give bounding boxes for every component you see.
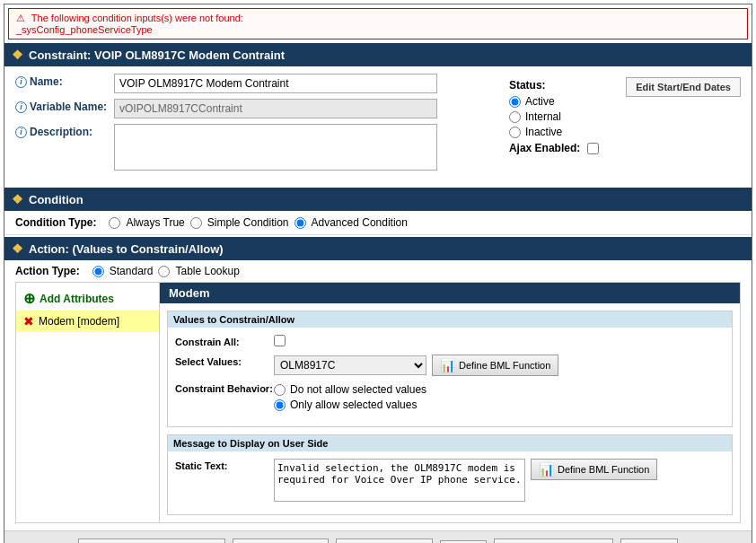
footer-bar: 🖨 Printer Friendly Version ✉ Email a Cop… [4,530,752,543]
constrain-all-content [274,335,725,349]
table-lookup-radio[interactable] [158,266,170,277]
action-sidebar: ⊕ Add Attributes ✖ Modem [modem] [16,283,160,522]
modem-item-label: Modem [modem] [39,315,119,328]
chevron-icon: ❖ [12,48,23,62]
define-bml-label-2: Define BML Function [558,464,649,475]
static-text-row: Static Text: Invalid selection, the OLM8… [175,459,725,502]
inactive-radio[interactable] [509,127,521,138]
standard-label: Standard [110,265,154,277]
action-body: ⊕ Add Attributes ✖ Modem [modem] Modem V… [15,282,741,523]
select-values-content: OLM8917C 📊 Define BML Function [274,355,725,376]
active-radio-row: Active [509,95,599,108]
standard-radio[interactable] [92,266,104,277]
edit-dates-box[interactable]: Edit Start/End Dates [626,77,741,97]
action-chevron-icon: ❖ [12,241,23,256]
active-radio[interactable] [509,96,521,108]
constrain-all-row: Constrain All: [175,335,725,349]
only-allow-label: Only allow selected values [290,398,417,411]
bml-icon-2: 📊 [539,462,554,477]
add-attributes-button[interactable]: ⊕ Add Attributes [16,286,159,311]
name-info-icon[interactable]: i [15,76,27,88]
values-constrain-section: Values to Constrain/Allow Constrain All:… [167,311,733,427]
warning-detail: _sysConfig_phoneServiceType [16,24,153,35]
action-header: ❖ Action: (Values to Constrain/Allow) [4,237,752,260]
constraint-behavior-row: Constraint Behavior: Do not allow select… [175,381,725,414]
name-row: i Name: [15,74,464,93]
static-text-content: Invalid selection, the OLM8917C modem is… [274,459,725,502]
bml-icon: 📊 [440,358,455,372]
email-copy-button[interactable]: ✉ Email a Copy [233,539,329,543]
status-label: Status: [509,79,599,92]
main-container: ⚠ The following condition inputs(s) were… [4,4,752,543]
condition-type-label: Condition Type: [15,216,96,229]
select-values-dropdown[interactable]: OLM8917C [274,355,426,375]
advanced-condition-label: Advanced Condition [312,216,408,229]
update-back-button[interactable]: 💾 Update and Back [494,539,612,543]
internal-radio[interactable] [509,111,521,123]
define-bml-label: Define BML Function [459,360,550,371]
internal-label: Internal [525,110,561,123]
message-section: Message to Display on User Side Static T… [167,434,733,515]
variable-input [114,99,437,118]
condition-chevron-icon: ❖ [12,192,23,206]
constraint-behavior-content: Do not allow selected values Only allow … [274,383,725,414]
description-label: i Description: [15,124,114,138]
constraint-form: i Name: i Variable Name: [4,66,752,186]
static-text-textarea[interactable]: Invalid selection, the OLM8917C modem is… [274,459,525,502]
edit-dates-label: Edit Start/End Dates [636,82,731,92]
message-section-title: Message to Display on User Side [168,435,732,451]
active-label: Active [525,95,555,108]
description-row: i Description: [15,124,464,173]
warning-bar: ⚠ The following condition inputs(s) were… [8,8,748,39]
do-not-allow-row: Do not allow selected values [274,383,725,396]
add-attributes-label: Add Attributes [40,293,114,305]
translations-button[interactable]: 🌐 Translations [336,539,433,543]
inactive-radio-row: Inactive [509,126,599,138]
action-title: Action: (Values to Constrain/Allow) [29,242,224,256]
table-lookup-label: Table Lookup [175,265,239,277]
action-type-row: Action Type: Standard Table Lookup [4,260,752,282]
condition-type-row: Condition Type: Always True Simple Condi… [4,211,752,235]
ajax-checkbox[interactable] [587,143,599,154]
variable-label: i Variable Name: [15,99,114,113]
only-allow-radio[interactable] [274,399,286,411]
name-input[interactable] [114,74,437,93]
action-panel-title: Modem [160,283,740,303]
variable-input-container [114,99,437,118]
advanced-condition-radio[interactable] [294,217,306,229]
page-title: Constraint: VOIP OLM8917C Modem Contrain… [29,48,285,62]
variable-row: i Variable Name: [15,99,464,118]
name-input-container [114,74,437,93]
action-type-label: Action Type: [15,265,80,277]
description-textarea[interactable] [114,124,437,171]
back-button[interactable]: ↩ Back [620,539,678,543]
constraint-behavior-label: Constraint Behavior: [175,381,274,394]
always-true-radio[interactable] [109,217,120,229]
ajax-label: Ajax Enabled: [509,142,580,154]
remove-icon[interactable]: ✖ [23,314,34,328]
warning-icon: ⚠ [16,13,25,23]
simple-condition-radio[interactable] [190,217,202,229]
internal-radio-row: Internal [509,110,599,123]
variable-info-icon[interactable]: i [15,101,27,113]
page-header: ❖ Constraint: VOIP OLM8917C Modem Contra… [4,43,752,66]
description-input-container [114,124,437,173]
inactive-label: Inactive [525,126,562,138]
modem-list-item[interactable]: ✖ Modem [modem] [16,311,159,332]
warning-text: The following condition inputs(s) were n… [31,13,243,23]
condition-title: Condition [29,193,84,206]
action-section: ❖ Action: (Values to Constrain/Allow) Ac… [4,237,752,523]
printer-friendly-button[interactable]: 🖨 Printer Friendly Version [78,539,225,543]
values-section-title: Values to Constrain/Allow [168,311,732,328]
add-icon: ⊕ [23,290,35,307]
constrain-all-checkbox[interactable] [274,335,286,346]
description-info-icon[interactable]: i [15,127,27,138]
define-bml-button[interactable]: 📊 Define BML Function [432,355,558,376]
constrain-all-label: Constrain All: [175,335,274,347]
define-bml-button-2[interactable]: 📊 Define BML Function [531,459,657,480]
select-values-label: Select Values: [175,355,274,367]
condition-header: ❖ Condition [4,188,752,211]
name-label: i Name: [15,74,114,88]
static-text-label: Static Text: [175,459,274,471]
do-not-allow-radio[interactable] [274,384,286,396]
